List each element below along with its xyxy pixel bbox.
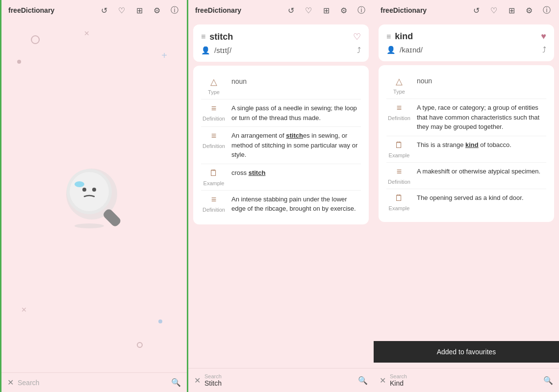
history-icon[interactable]: ↺ [99,5,109,16]
info-icon[interactable]: ⓘ [169,5,180,16]
kind-content: ≡ kind ♥ 👤 /kaɪnd/ ⤴ △ Type noun [374,21,559,368]
toast-text: Added to favourites [437,348,496,356]
grid-icon-3[interactable]: ⊞ [506,5,517,16]
kind-def-lines-icon-1: ≡ [397,103,402,113]
example-doc-icon: 🗒 [209,168,218,178]
kind-example2-row: 🗒 Example The opening served as a kind o… [386,189,546,215]
stitch-def1-col: ≡ Definition [201,103,227,122]
deco-circle-2 [137,342,143,348]
kind-example1-row: 🗒 Example This is a strange kind of toba… [386,136,546,163]
kind-def2-col: ≡ Definition [386,167,412,185]
kind-example2-label: Example [389,205,410,211]
search-bar-kind: ✕ Search Kind 🔍 [374,368,559,392]
kind-type-col: △ Type [386,76,412,95]
kind-favorite-btn[interactable]: ♥ [541,31,546,42]
grid-icon-2[interactable]: ⊞ [321,5,331,16]
panel-empty: freeDictionary ↺ ♡ ⊞ ⚙ ⓘ ✕ + ✕ [0,0,188,392]
stitch-content: ≡ stitch ♡ 👤 /stɪtʃ/ ⤴ △ Type noun [188,21,374,368]
kind-def1-label: Definition [388,115,410,121]
svg-point-7 [75,223,104,228]
stitch-def2-text: An arrangement of stitches in sewing, or… [231,131,361,160]
stitch-def3-label: Definition [203,207,225,213]
stitch-def2-row: ≡ Definition An arrangement of stitches … [201,127,361,164]
search-clear-1[interactable]: ✕ [7,378,14,387]
kind-word-row: ≡ kind ♥ [386,31,546,42]
heart-icon-3[interactable]: ♡ [488,5,499,16]
stitch-def1-row: ≡ Definition A single pass of a needle i… [201,99,361,127]
info-icon-2[interactable]: ⓘ [356,5,367,16]
search-label-stitch: Search [204,373,354,379]
kind-word-lines-icon: ≡ [386,32,391,41]
empty-state: ✕ + ✕ [1,21,187,372]
kind-share-btn[interactable]: ⤴ [542,46,546,54]
app-title-2: freeDictionary [195,6,285,14]
stitch-favorite-btn[interactable]: ♡ [353,31,361,42]
search-clear-kind[interactable]: ✕ [380,376,386,385]
heart-icon[interactable]: ♡ [116,5,127,16]
stitch-example-col: 🗒 Example [201,168,227,186]
kind-word: kind [395,31,537,42]
deco-plus-1: + [161,50,167,61]
svg-point-4 [92,188,96,192]
search-value-stitch[interactable]: Stitch [204,379,354,387]
stitch-phonetic-row: 👤 /stɪtʃ/ [201,46,361,55]
stitch-type-col: △ Type [201,76,227,95]
header-kind: freeDictionary ↺ ♡ ⊞ ⚙ ⓘ [374,0,559,21]
svg-point-5 [75,181,84,187]
kind-example1-col: 🗒 Example [386,140,412,158]
app-title-3: freeDictionary [381,6,471,14]
search-input-wrap-kind: Search Kind [390,373,539,387]
toast-added-favourites: Added to favourites [374,341,559,363]
kind-word-card: ≡ kind ♥ 👤 /kaɪnd/ ⤴ [379,24,554,61]
search-submit-kind[interactable]: 🔍 [543,376,553,385]
stitch-def2-label: Definition [203,143,225,149]
deco-x-2: ✕ [21,306,27,314]
gear-icon-3[interactable]: ⚙ [524,5,534,16]
search-submit-stitch[interactable]: 🔍 [358,376,368,385]
history-icon-3[interactable]: ↺ [471,5,482,16]
search-bar-stitch: ✕ Search Stitch 🔍 [188,368,374,392]
kind-type-label: Type [393,89,405,95]
info-icon-3[interactable]: ⓘ [541,5,552,16]
svg-point-3 [82,188,86,192]
search-placeholder-1[interactable]: Search [18,379,167,387]
gear-icon-2[interactable]: ⚙ [338,5,349,16]
stitch-share-btn[interactable]: ⤴ [357,46,361,55]
kind-def1-text: A type, race or category; a group of ent… [417,103,546,132]
deco-dot-2 [158,319,162,323]
search-input-wrap-stitch: Search Stitch [204,373,354,387]
kind-type-value: noun [417,76,546,95]
def-lines-icon-1: ≡ [211,103,217,114]
kind-definitions-card: △ Type noun ≡ Definition A type, race or… [379,65,554,222]
stitch-definitions-card: △ Type noun ≡ Definition A single pass o… [193,66,369,224]
kind-speaker-icon: 👤 [386,46,396,54]
type-icon-kind: △ [396,76,403,87]
kind-phonetic: /kaɪnd/ [400,46,546,54]
stitch-type-value: noun [231,76,361,95]
svg-point-2 [70,172,109,211]
deco-dot-1 [17,60,21,64]
stitch-example-text: cross stitch [231,168,361,186]
stitch-def1-text: A single pass of a needle in sewing; the… [231,103,361,122]
heart-icon-2[interactable]: ♡ [303,5,314,16]
gear-icon[interactable]: ⚙ [152,5,162,16]
app-title-1: freeDictionary [8,6,99,14]
search-submit-1[interactable]: 🔍 [171,378,181,387]
type-icon-stitch: △ [210,76,217,87]
stitch-def3-col: ≡ Definition [201,195,227,214]
search-input-wrap-1: Search [18,379,167,387]
kind-example2-col: 🗒 Example [386,193,412,211]
word-lines-icon: ≡ [201,32,205,41]
search-label-kind: Search [390,373,539,379]
stitch-def2-col: ≡ Definition [201,131,227,160]
search-value-kind[interactable]: Kind [390,379,539,387]
def-lines-icon-3: ≡ [211,195,217,205]
deco-circle-1 [31,35,40,44]
kind-def2-label: Definition [388,179,410,185]
kind-phonetic-row: 👤 /kaɪnd/ [386,46,546,54]
kind-type-row: △ Type noun [386,72,546,99]
history-icon-2[interactable]: ↺ [285,5,296,16]
search-clear-stitch[interactable]: ✕ [194,376,201,385]
grid-icon[interactable]: ⊞ [134,5,145,16]
stitch-def3-text: An intense stabbing pain under the lower… [231,195,361,214]
